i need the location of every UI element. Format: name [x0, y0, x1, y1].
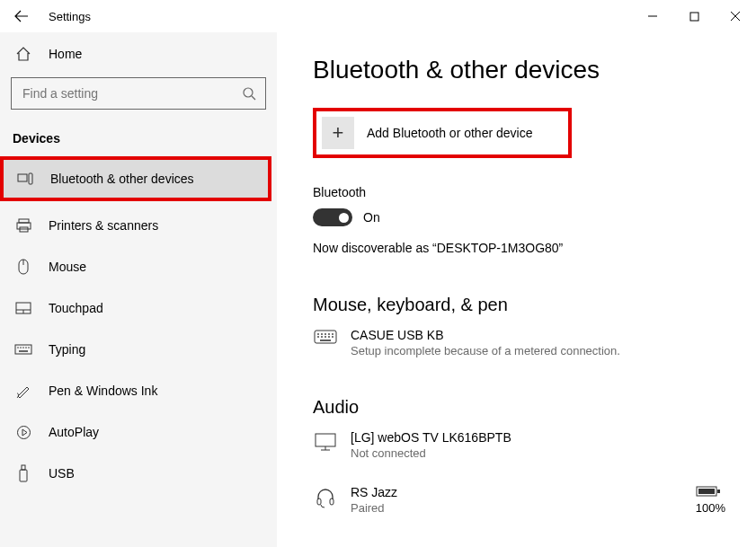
sidebar-item-label: Pen & Windows Ink	[49, 384, 157, 398]
svg-point-30	[317, 336, 319, 338]
svg-point-33	[328, 336, 330, 338]
svg-point-15	[17, 347, 19, 348]
pen-icon	[14, 383, 32, 399]
sidebar-item-label: Printers & scanners	[49, 218, 158, 233]
sidebar-item-label: Mouse	[49, 260, 86, 274]
window-title: Settings	[49, 10, 91, 23]
sidebar-item-autoplay[interactable]: AutoPlay	[0, 411, 277, 453]
device-row-keyboard[interactable]: CASUE USB KB Setup incomplete because of…	[313, 328, 729, 357]
back-button[interactable]	[14, 10, 32, 22]
home-nav[interactable]: Home	[0, 38, 277, 70]
discoverable-text: Now discoverable as “DESKTOP-1M3OG80”	[313, 241, 729, 255]
devices-icon	[16, 172, 34, 185]
svg-point-19	[28, 347, 30, 348]
svg-point-2	[244, 88, 253, 97]
sidebar-item-printers[interactable]: Printers & scanners	[0, 205, 277, 246]
printer-icon	[14, 218, 32, 233]
device-name: [LG] webOS TV LK616BPTB	[351, 430, 511, 445]
main-content: Bluetooth & other devices + Add Bluetoot…	[277, 32, 756, 547]
svg-rect-39	[317, 498, 321, 505]
sidebar-item-pen[interactable]: Pen & Windows Ink	[0, 370, 277, 411]
svg-point-16	[20, 347, 22, 348]
minimize-button[interactable]	[632, 2, 673, 31]
mouse-icon	[14, 259, 32, 275]
svg-point-18	[25, 347, 27, 348]
sidebar-item-label: Touchpad	[49, 301, 103, 315]
sidebar-item-label: AutoPlay	[49, 425, 99, 439]
svg-line-3	[252, 96, 255, 100]
svg-point-26	[321, 333, 323, 335]
device-row-headphones[interactable]: RS Jazz Paired 100%	[313, 485, 729, 515]
add-device-button[interactable]: + Add Bluetooth or other device	[313, 108, 572, 158]
sidebar-item-usb[interactable]: USB	[0, 453, 277, 494]
svg-rect-22	[22, 465, 25, 470]
bluetooth-toggle-state: On	[363, 210, 380, 225]
sidebar-item-typing[interactable]: Typing	[0, 329, 277, 370]
svg-rect-14	[15, 345, 31, 354]
battery-icon	[696, 485, 725, 498]
bluetooth-section-label: Bluetooth	[313, 185, 729, 199]
svg-rect-4	[18, 174, 27, 181]
touchpad-icon	[14, 302, 32, 314]
svg-point-25	[317, 333, 319, 335]
device-status: Not connected	[351, 446, 511, 460]
page-title: Bluetooth & other devices	[313, 56, 729, 84]
sidebar-item-label: Bluetooth & other devices	[50, 172, 194, 186]
keyboard-device-icon	[313, 328, 338, 344]
add-device-label: Add Bluetooth or other device	[367, 126, 532, 140]
svg-rect-40	[330, 498, 334, 505]
svg-point-31	[321, 336, 323, 338]
home-icon	[14, 47, 32, 61]
svg-rect-5	[29, 173, 32, 184]
svg-rect-23	[20, 470, 27, 481]
sidebar-item-bluetooth[interactable]: Bluetooth & other devices	[2, 158, 270, 199]
svg-rect-36	[316, 434, 335, 446]
search-input[interactable]	[21, 85, 242, 101]
device-status: Paired	[351, 501, 397, 515]
svg-point-32	[325, 336, 326, 338]
maximize-button[interactable]	[673, 2, 715, 31]
search-icon	[242, 86, 256, 101]
titlebar: Settings	[0, 0, 756, 32]
sidebar-item-label: USB	[49, 466, 75, 481]
svg-rect-43	[717, 490, 720, 493]
plus-icon: +	[322, 117, 354, 149]
home-label: Home	[49, 47, 82, 61]
svg-point-27	[325, 333, 326, 335]
group-audio-header: Audio	[313, 397, 729, 418]
close-button[interactable]	[715, 2, 756, 31]
device-status: Setup incomplete because of a metered co…	[351, 344, 620, 357]
search-box[interactable]	[11, 77, 266, 110]
battery-percent: 100%	[696, 501, 725, 515]
sidebar-group-header: Devices	[0, 119, 277, 154]
keyboard-icon	[14, 344, 32, 355]
svg-point-21	[17, 426, 30, 438]
usb-icon	[14, 464, 32, 482]
svg-point-29	[332, 333, 334, 335]
headphones-icon	[313, 485, 338, 508]
group-mkp-header: Mouse, keyboard, & pen	[313, 295, 729, 315]
svg-rect-1	[690, 13, 698, 21]
svg-rect-7	[17, 223, 31, 229]
device-name: RS Jazz	[351, 485, 397, 499]
svg-rect-6	[19, 219, 29, 223]
sidebar-item-mouse[interactable]: Mouse	[0, 246, 277, 287]
device-row-tv[interactable]: [LG] webOS TV LK616BPTB Not connected	[313, 430, 729, 460]
device-name: CASUE USB KB	[351, 328, 620, 342]
svg-point-34	[332, 336, 334, 338]
sidebar: Home Devices Bluetooth & other devices	[0, 32, 277, 547]
autoplay-icon	[14, 425, 32, 440]
svg-point-28	[328, 333, 330, 335]
monitor-icon	[313, 430, 338, 452]
sidebar-item-label: Typing	[49, 342, 85, 357]
svg-rect-42	[698, 489, 715, 494]
svg-point-17	[22, 347, 24, 348]
bluetooth-toggle[interactable]	[313, 208, 352, 226]
sidebar-item-touchpad[interactable]: Touchpad	[0, 287, 277, 329]
